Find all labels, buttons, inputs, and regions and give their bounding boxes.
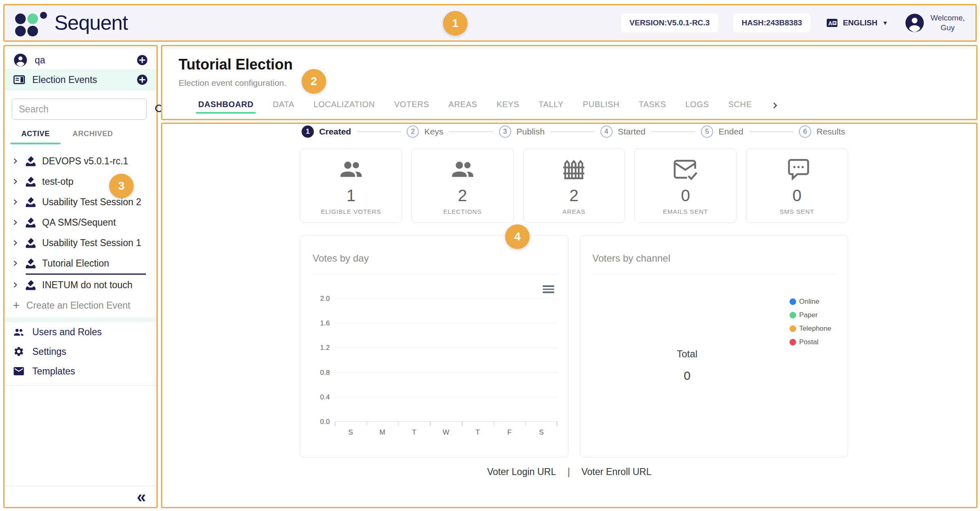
annotation-badge-2: 2 [302, 69, 326, 94]
stat-elections: 2 ELECTIONS [412, 148, 514, 223]
create-election-event-button[interactable]: + Create an Election Event [4, 295, 157, 316]
list-item-test-otp[interactable]: test-otp [4, 171, 157, 192]
workspace-avatar-icon [13, 52, 28, 68]
ballot-box-icon [25, 155, 37, 167]
collapse-sidebar-button[interactable]: « [137, 489, 146, 505]
users-icon [13, 326, 25, 338]
chevron-right-icon[interactable] [11, 177, 19, 186]
list-item-inetum[interactable]: INETUM do not touch [4, 275, 157, 295]
election-stepper: 1 Created 2 Keys 3 Publish 4 Started 5 E… [302, 126, 845, 138]
election-events-icon [13, 73, 26, 86]
x-axis-ticks [335, 421, 557, 426]
section-divider [4, 317, 157, 322]
step-publish: 3 Publish [499, 126, 545, 138]
sidebar: qa Election Events [3, 45, 158, 508]
election-events-section[interactable]: Election Events [4, 69, 157, 90]
stat-value: 2 [458, 186, 467, 205]
y-tick: 1.6 [309, 319, 330, 327]
step-connector [357, 131, 401, 132]
tab-data[interactable]: DATA [273, 100, 294, 119]
tab-tally[interactable]: TALLY [539, 100, 564, 119]
user-menu[interactable]: Welcome, Guy [904, 12, 965, 34]
welcome-text: Welcome, Guy [931, 13, 965, 33]
legend-dot [790, 312, 796, 318]
step-connector [450, 131, 493, 132]
y-tick: 0.8 [309, 369, 330, 377]
sidebar-item-users-and-roles[interactable]: Users and Roles [4, 322, 157, 342]
tab-tasks[interactable]: TASKS [639, 100, 666, 119]
tab-areas[interactable]: AREAS [448, 100, 477, 119]
chart-title: Voters by channel [593, 253, 671, 264]
step-started: 4 Started [600, 126, 646, 138]
chevron-right-icon[interactable] [11, 281, 19, 289]
search-input[interactable] [12, 99, 147, 120]
step-connector [750, 131, 793, 132]
stat-value: 0 [792, 186, 801, 205]
svg-text:A: A [828, 20, 832, 27]
chart-legend: Online Paper Telephone Postal [790, 298, 831, 346]
hash-badge: HASH:243B8383 [734, 13, 810, 32]
legend-dot [790, 298, 796, 305]
sequent-logo-icon [15, 10, 49, 36]
sms-icon [784, 156, 810, 182]
chart-menu-icon[interactable] [543, 285, 554, 295]
chevron-right-icon[interactable] [11, 239, 19, 247]
tab-publish[interactable]: PUBLISH [583, 100, 620, 119]
chevron-right-icon[interactable] [11, 218, 19, 226]
step-ended: 5 Ended [701, 126, 743, 138]
ballot-box-icon [25, 279, 37, 291]
annotation-badge-3: 3 [109, 174, 134, 198]
ballot-box-icon [25, 216, 37, 229]
ballot-box-icon [25, 175, 37, 188]
sidebar-item-templates[interactable]: Templates [4, 361, 157, 381]
stat-label: SMS SENT [780, 208, 814, 215]
tab-schedule[interactable]: SCHE [728, 100, 751, 119]
tab-voters[interactable]: VOTERS [394, 100, 429, 119]
legend-dot [790, 339, 796, 345]
tab-logs[interactable]: LOGS [685, 100, 709, 119]
language-selector[interactable]: A ENGLISH ▼ [826, 17, 888, 29]
list-item-tutorial-election[interactable]: Tutorial Election [4, 253, 157, 273]
step-created: 1 Created [302, 126, 351, 138]
add-workspace-button[interactable] [136, 54, 148, 66]
stat-label: ELIGIBLE VOTERS [321, 208, 381, 215]
list-item-usability-2[interactable]: Usability Test Session 2 [4, 192, 157, 212]
sidebar-item-settings[interactable]: Settings [4, 342, 157, 361]
chevron-right-icon[interactable] [11, 198, 19, 206]
annotation-badge-4: 4 [505, 224, 530, 249]
tab-archived[interactable]: ARCHIVED [64, 130, 121, 144]
donut-center-total: Total 0 [633, 348, 741, 383]
workspace-row[interactable]: qa [4, 51, 157, 69]
tabs-scroll-right-icon[interactable] [770, 101, 779, 110]
y-tick: 2.0 [309, 295, 330, 303]
x-tick: M [367, 428, 398, 437]
version-badge: VERSION:V5.0.1-RC.3 [621, 13, 718, 32]
chevron-right-icon[interactable] [11, 259, 19, 267]
chevron-down-icon: ▼ [882, 20, 888, 26]
stat-eligible-voters: 1 ELIGIBLE VOTERS [300, 148, 402, 223]
tab-active[interactable]: ACTIVE [7, 130, 64, 144]
add-election-event-button[interactable] [136, 74, 148, 86]
list-item-qa-sms[interactable]: QA SMS/Sequent [4, 212, 157, 233]
sidebar-tabs: ACTIVE ARCHIVED [4, 130, 157, 144]
chart-title: Votes by day [313, 253, 369, 264]
legend-item-online: Online [790, 298, 831, 306]
tab-keys[interactable]: KEYS [497, 100, 519, 119]
list-item-usability-1[interactable]: Usability Test Session 1 [4, 233, 157, 253]
translate-icon: A [826, 17, 838, 29]
step-connector [551, 131, 594, 132]
tab-dashboard[interactable]: DASHBOARD [198, 100, 253, 119]
tab-localization[interactable]: LOCALIZATION [313, 100, 375, 119]
divider [312, 274, 557, 275]
list-item-devops[interactable]: DEVOPS v5.0.1-rc.1 [4, 151, 157, 171]
voter-enroll-url-link[interactable]: Voter Enroll URL [582, 466, 651, 477]
y-tick: 0.0 [309, 418, 330, 426]
ballot-box-icon [25, 257, 37, 269]
app-page: Sequent VERSION:V5.0.1-RC.3 HASH:243B838… [0, 0, 980, 511]
stat-label: EMAILS SENT [663, 208, 708, 215]
step-results: 6 Results [799, 126, 845, 138]
chart-plot-area: 2.0 1.6 1.2 0.8 0.4 0.0 [335, 298, 557, 421]
legend-item-paper: Paper [790, 311, 831, 319]
chevron-right-icon[interactable] [11, 157, 19, 165]
voter-login-url-link[interactable]: Voter Login URL [487, 466, 556, 477]
